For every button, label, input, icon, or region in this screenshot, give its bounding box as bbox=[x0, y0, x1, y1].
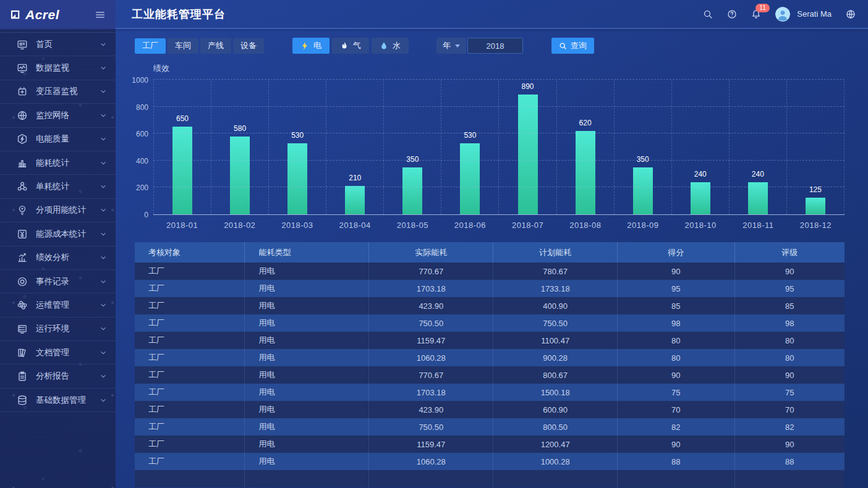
chevron-down-icon bbox=[100, 254, 107, 261]
sidebar-item-reports[interactable]: 分析报告 bbox=[0, 364, 116, 388]
table-cell: 75 bbox=[734, 384, 845, 401]
sidebar-item-performance[interactable]: 绩效分析 bbox=[0, 246, 116, 270]
x-tick-label: 2018-07 bbox=[499, 221, 556, 230]
table-cell: 工厂 bbox=[135, 418, 245, 435]
sidebar-item-ops[interactable]: 运维管理 bbox=[0, 293, 116, 317]
table-cell: 1100.47 bbox=[493, 332, 618, 349]
scope-tab-factory[interactable]: 工厂 bbox=[135, 38, 166, 54]
table-cell: 用电 bbox=[245, 401, 369, 418]
sidebar-item-energy-stats[interactable]: 能耗统计 bbox=[0, 151, 116, 175]
gridline bbox=[153, 79, 845, 80]
avatar[interactable] bbox=[775, 7, 790, 22]
energy-tab-water[interactable]: 水 bbox=[372, 38, 409, 54]
table-cell: 750.50 bbox=[369, 418, 493, 435]
sidebar-item-subitem-energy[interactable]: 分项用能统计 bbox=[0, 199, 116, 222]
table-cell bbox=[369, 470, 493, 487]
table-row-partial bbox=[135, 470, 845, 487]
page-title: 工业能耗管理平台 bbox=[132, 7, 226, 22]
sidebar-item-docs[interactable]: 文档管理 bbox=[0, 341, 116, 364]
sidebar-item-power-quality[interactable]: 电能质量 bbox=[0, 128, 116, 151]
table-cell: 用电 bbox=[245, 366, 369, 384]
y-tick-label: 400 bbox=[136, 157, 148, 166]
sidebar-item-label: 分析报告 bbox=[36, 371, 100, 382]
x-tick-label: 2018-04 bbox=[326, 221, 384, 230]
search-icon[interactable] bbox=[703, 9, 713, 19]
period-select-label: 年 bbox=[443, 40, 451, 51]
table-cell: 800.50 bbox=[493, 418, 618, 435]
table-cell: 用电 bbox=[245, 349, 369, 366]
data-monitor-icon bbox=[17, 62, 28, 74]
table-cell: 80 bbox=[618, 349, 734, 366]
main-area: 工业能耗管理平台 11 Serati Ma 工厂车间产线设备 电气水 bbox=[116, 0, 868, 488]
network-icon bbox=[17, 110, 28, 121]
table-cell: 98 bbox=[734, 314, 845, 332]
sidebar-item-data-monitor[interactable]: 数据监视 bbox=[0, 56, 116, 80]
table-cell: 90 bbox=[618, 435, 734, 453]
period-select[interactable]: 年 bbox=[436, 38, 466, 54]
sidebar-item-label: 电能质量 bbox=[36, 133, 100, 145]
table-body: 工厂用电770.67780.679090工厂用电1703.181733.1895… bbox=[135, 263, 845, 487]
transformer-icon bbox=[17, 86, 28, 97]
table-cell: 用电 bbox=[245, 297, 369, 314]
sidebar-item-label: 监控网络 bbox=[36, 110, 100, 121]
bar-2018-03 bbox=[287, 143, 307, 215]
chart-slot: 350 bbox=[383, 80, 441, 214]
sidebar-item-label: 基础数据管理 bbox=[36, 395, 100, 406]
x-tick-label: 2018-12 bbox=[787, 221, 845, 230]
y-tick-label: 200 bbox=[136, 183, 148, 192]
chevron-down-icon bbox=[100, 372, 107, 380]
energy-type-group: 电气水 bbox=[292, 38, 409, 54]
chart-slot: 240 bbox=[671, 80, 729, 214]
help-icon[interactable] bbox=[727, 9, 737, 19]
hamburger-menu-icon[interactable] bbox=[95, 9, 106, 20]
sidebar-item-label: 文档管理 bbox=[36, 347, 100, 358]
sidebar-item-cost-stats[interactable]: 能源成本统计 bbox=[0, 222, 116, 246]
x-tick-label: 2018-06 bbox=[441, 221, 499, 230]
chevron-down-icon bbox=[100, 206, 107, 214]
query-button[interactable]: 查询 bbox=[551, 38, 594, 54]
brand-logo[interactable]: Acrel bbox=[9, 7, 59, 22]
sidebar-item-label: 运行环境 bbox=[36, 323, 100, 334]
sidebar-item-unit-stats[interactable]: 单耗统计 bbox=[0, 175, 116, 198]
energy-tab-electricity[interactable]: 电 bbox=[292, 38, 330, 54]
table-cell: 工厂 bbox=[135, 314, 245, 332]
chart-slot: 530 bbox=[268, 80, 326, 214]
sidebar-item-base-data[interactable]: 基础数据管理 bbox=[0, 389, 116, 412]
table-cell: 1703.18 bbox=[369, 384, 493, 401]
scope-tab-device[interactable]: 设备 bbox=[233, 38, 264, 54]
language-globe-icon[interactable] bbox=[846, 9, 856, 19]
bar-2018-05 bbox=[402, 167, 422, 214]
sidebar-item-network[interactable]: 监控网络 bbox=[0, 104, 116, 127]
table-row: 工厂用电750.50800.508282 bbox=[135, 418, 845, 435]
scope-tab-line[interactable]: 产线 bbox=[200, 38, 231, 54]
table-cell: 1060.28 bbox=[369, 349, 493, 366]
server-list-icon bbox=[17, 323, 28, 334]
chart-slot: 125 bbox=[786, 80, 845, 214]
table-cell: 750.50 bbox=[369, 314, 493, 332]
filter-toolbar: 工厂车间产线设备 电气水 年 查询 bbox=[116, 37, 868, 54]
chevron-down-icon bbox=[100, 64, 107, 72]
notification-bell-icon[interactable]: 11 bbox=[751, 9, 761, 19]
x-tick-label: 2018-11 bbox=[730, 221, 787, 230]
bar-2018-09 bbox=[633, 167, 653, 214]
table-row: 工厂用电770.67800.679090 bbox=[135, 366, 845, 384]
sidebar-item-events[interactable]: 事件记录 bbox=[0, 270, 116, 293]
user-name[interactable]: Serati Ma bbox=[797, 9, 832, 19]
scope-tab-workshop[interactable]: 车间 bbox=[168, 38, 198, 54]
bulb-icon bbox=[17, 204, 28, 216]
energy-tab-label: 气 bbox=[353, 40, 361, 51]
table-cell: 85 bbox=[734, 297, 845, 314]
sidebar-item-transformer[interactable]: 变压器监视 bbox=[0, 80, 116, 104]
sidebar-item-runtime-env[interactable]: 运行环境 bbox=[0, 318, 116, 341]
bar-value-label: 350 bbox=[615, 155, 671, 164]
bar-value-label: 530 bbox=[441, 131, 498, 140]
table-cell: 82 bbox=[734, 418, 845, 435]
year-input[interactable] bbox=[467, 38, 523, 54]
water-drop-icon bbox=[380, 41, 388, 50]
energy-tab-gas[interactable]: 气 bbox=[332, 38, 369, 54]
y-tick-label: 600 bbox=[136, 130, 148, 138]
y-tick-label: 1000 bbox=[132, 76, 148, 85]
table-cell bbox=[245, 470, 369, 487]
table-cell: 95 bbox=[734, 280, 845, 297]
sidebar-item-home[interactable]: 首页 bbox=[0, 33, 116, 56]
